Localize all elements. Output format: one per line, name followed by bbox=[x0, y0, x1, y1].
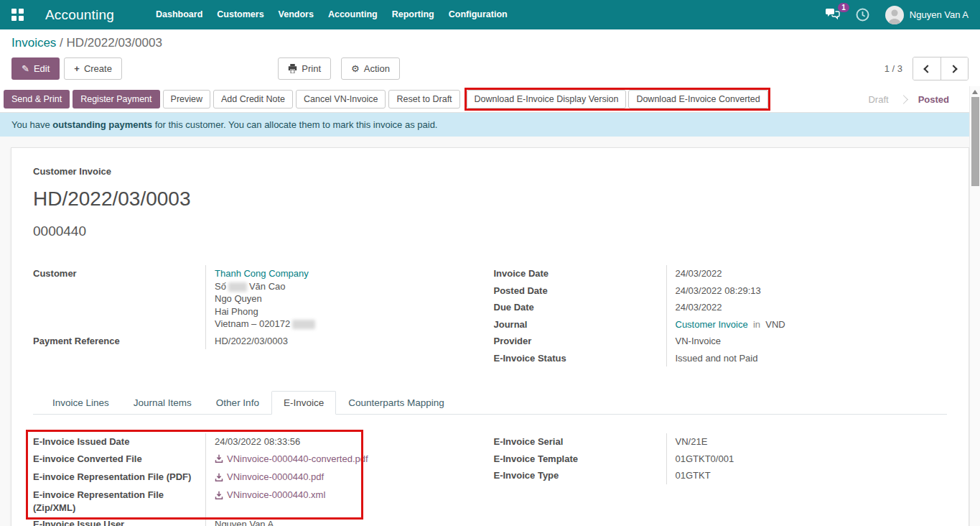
field-einvoice-status: E-Invoice Status Issued and not Paid bbox=[494, 350, 948, 367]
menu-customers[interactable]: Customers bbox=[210, 0, 271, 29]
customer-address-line3: Hai Phong bbox=[215, 305, 487, 318]
messages-badge: 1 bbox=[838, 3, 849, 12]
einvoice-representation-pdf-label: E-invoice Representation File (PDF) bbox=[33, 469, 205, 486]
register-payment-button[interactable]: Register Payment bbox=[73, 90, 159, 109]
journal-label: Journal bbox=[494, 316, 666, 333]
field-einvoice-issue-user: E-Invoice Issue User Nguyen Van A bbox=[33, 516, 487, 526]
document-type-label: Customer Invoice bbox=[33, 166, 947, 177]
download-icon bbox=[215, 491, 223, 499]
pencil-icon: ✎ bbox=[22, 63, 29, 75]
avatar bbox=[885, 6, 904, 24]
einvoice-template-label: E-Invoice Template bbox=[494, 451, 666, 468]
field-einvoice-representation-zip: E-invoice Representation File (Zip/XML) … bbox=[33, 486, 487, 516]
preview-button[interactable]: Preview bbox=[163, 90, 210, 109]
action-button[interactable]: ⚙ Action bbox=[341, 57, 400, 80]
menu-reporting[interactable]: Reporting bbox=[385, 0, 442, 29]
customer-address-line1: SốVăn Cao bbox=[215, 280, 487, 293]
status-draft[interactable]: Draft bbox=[857, 94, 900, 105]
customer-link[interactable]: Thanh Cong Company bbox=[215, 267, 487, 280]
pager-value: 1 / 3 bbox=[885, 63, 902, 74]
edit-button[interactable]: ✎ Edit bbox=[11, 57, 60, 80]
add-credit-note-button[interactable]: Add Credit Note bbox=[213, 90, 293, 109]
menu-configuration[interactable]: Configuration bbox=[442, 0, 515, 29]
menu-accounting[interactable]: Accounting bbox=[321, 0, 385, 29]
payment-reference-value: HD/2022/03/0003 bbox=[205, 333, 487, 350]
representation-pdf-link[interactable]: VNinvoice-0000440.pdf bbox=[215, 471, 324, 484]
pager-previous-button[interactable] bbox=[913, 57, 941, 80]
tab-einvoice[interactable]: E-Invoice bbox=[271, 391, 336, 415]
breadcrumb-current: HD/2022/03/0003 bbox=[67, 36, 162, 50]
user-menu[interactable]: Nguyen Van A bbox=[885, 6, 969, 24]
due-date-label: Due Date bbox=[494, 299, 666, 316]
einvoice-representation-zip-label: E-invoice Representation File (Zip/XML) bbox=[33, 486, 205, 516]
field-group-right: Invoice Date 24/03/2022 Posted Date 24/0… bbox=[494, 265, 948, 366]
einvoice-issued-date-value: 24/03/2022 08:33:56 bbox=[205, 433, 487, 451]
customer-address-line4: Vietnam – 020172 bbox=[215, 318, 487, 331]
clock-icon bbox=[856, 8, 869, 22]
einvoice-converted-file-label: E-invoice Converted File bbox=[33, 451, 205, 469]
notebook-tabs: Invoice Lines Journal Items Other Info E… bbox=[33, 391, 947, 415]
messages-icon[interactable]: 1 bbox=[825, 8, 840, 22]
download-einvoice-converted-button[interactable]: Download E-Invoice Converted bbox=[628, 90, 767, 109]
due-date-value: 24/03/2022 bbox=[666, 299, 948, 316]
main-menu: Dashboard Customers Vendors Accounting R… bbox=[149, 0, 515, 29]
tab-other-info[interactable]: Other Info bbox=[204, 391, 271, 415]
apps-grid-icon[interactable] bbox=[11, 9, 24, 21]
send-print-button[interactable]: Send & Print bbox=[4, 90, 70, 109]
invoice-number: 0000440 bbox=[33, 223, 947, 239]
statusbar: Send & Print Register Payment Preview Ad… bbox=[0, 86, 980, 113]
redacted-text bbox=[292, 320, 315, 329]
invoice-date-value: 24/03/2022 bbox=[666, 265, 948, 282]
gear-icon: ⚙ bbox=[351, 63, 360, 75]
breadcrumb: Invoices / HD/2022/03/0003 bbox=[11, 36, 969, 50]
printer-icon bbox=[288, 64, 297, 73]
field-einvoice-issued-date: E-Invoice Issued Date 24/03/2022 08:33:5… bbox=[33, 433, 487, 451]
user-name: Nguyen Van A bbox=[910, 9, 969, 20]
download-icon bbox=[215, 454, 223, 463]
journal-in-text: in bbox=[750, 319, 762, 330]
plus-icon: + bbox=[74, 63, 80, 75]
field-einvoice-converted-file: E-invoice Converted File VNinvoice-00004… bbox=[33, 451, 487, 469]
cancel-vn-invoice-button[interactable]: Cancel VN-Invoice bbox=[296, 90, 386, 109]
einvoice-issue-user-label: E-Invoice Issue User bbox=[33, 516, 205, 526]
invoice-date-label: Invoice Date bbox=[494, 265, 666, 282]
einvoice-group-left: E-Invoice Issued Date 24/03/2022 08:33:5… bbox=[33, 433, 487, 526]
tab-counterparts-mapping[interactable]: Counterparts Mapping bbox=[336, 391, 457, 415]
vertical-scrollbar[interactable] bbox=[969, 86, 980, 526]
print-button[interactable]: Print bbox=[278, 57, 331, 80]
einvoice-serial-label: E-Invoice Serial bbox=[494, 433, 666, 451]
control-panel: Invoices / HD/2022/03/0003 ✎ Edit + Crea… bbox=[0, 29, 980, 86]
einvoice-tab-content: E-Invoice Issued Date 24/03/2022 08:33:5… bbox=[33, 433, 947, 526]
journal-link[interactable]: Customer Invoice bbox=[676, 319, 748, 330]
provider-value: VN-Invoice bbox=[666, 333, 948, 350]
form-view: Customer Invoice HD/2022/03/0003 0000440… bbox=[0, 137, 980, 526]
menu-dashboard[interactable]: Dashboard bbox=[149, 0, 210, 29]
field-group-left: Customer Thanh Cong Company SốVăn Cao Ng… bbox=[33, 265, 487, 366]
tab-journal-items[interactable]: Journal Items bbox=[121, 391, 204, 415]
outstanding-payments-alert: You have outstanding payments for this c… bbox=[0, 113, 980, 137]
download-einvoice-display-version-button[interactable]: Download E-Invoice Display Version bbox=[467, 90, 627, 109]
scrollbar-up-arrow-icon[interactable] bbox=[972, 90, 978, 94]
app-title[interactable]: Accounting bbox=[45, 7, 114, 23]
reset-to-draft-button[interactable]: Reset to Draft bbox=[388, 90, 459, 109]
converted-file-link[interactable]: VNinvoice-0000440-converted.pdf bbox=[215, 453, 368, 466]
pager-next-button[interactable] bbox=[941, 57, 968, 80]
scrollbar-thumb[interactable] bbox=[971, 97, 979, 186]
tab-invoice-lines[interactable]: Invoice Lines bbox=[40, 391, 121, 415]
einvoice-template-value: 01GTKT0/001 bbox=[666, 451, 948, 468]
field-payment-reference: Payment Reference HD/2022/03/0003 bbox=[33, 333, 487, 350]
activities-icon[interactable] bbox=[856, 8, 869, 22]
posted-date-label: Posted Date bbox=[494, 282, 666, 300]
create-button[interactable]: + Create bbox=[64, 57, 122, 80]
provider-label: Provider bbox=[494, 333, 666, 350]
menu-vendors[interactable]: Vendors bbox=[271, 0, 321, 29]
status-posted[interactable]: Posted bbox=[907, 94, 961, 105]
chevron-left-icon bbox=[924, 65, 932, 73]
status-widget: Draft Posted bbox=[857, 94, 976, 105]
einvoice-issued-date-label: E-Invoice Issued Date bbox=[33, 433, 205, 451]
einvoice-type-value: 01GTKT bbox=[666, 467, 948, 484]
invoice-name: HD/2022/03/0003 bbox=[33, 188, 947, 211]
breadcrumb-invoices-link[interactable]: Invoices bbox=[11, 36, 56, 50]
redacted-text bbox=[228, 282, 247, 292]
representation-xml-link[interactable]: VNinvoice-0000440.xml bbox=[215, 489, 325, 502]
